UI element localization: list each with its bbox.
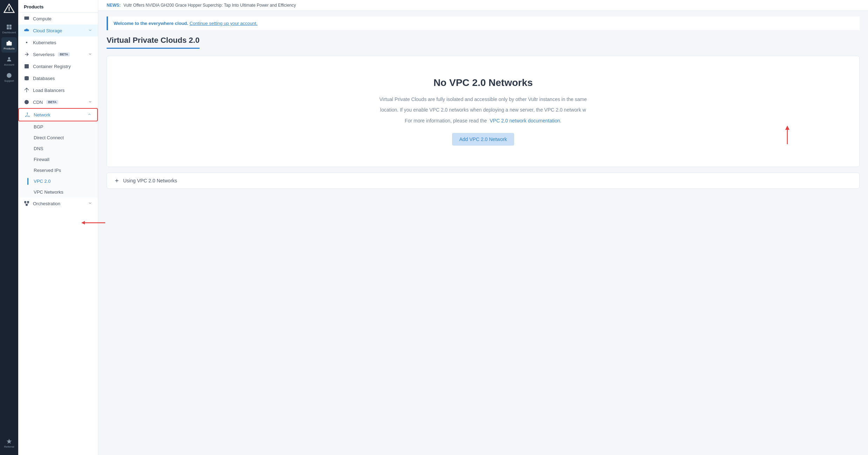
sidebar-item-cloud-storage[interactable]: Cloud Storage	[18, 25, 98, 36]
sidebar-item-container-registry[interactable]: Container Registry	[18, 60, 98, 72]
orchestration-chevron	[88, 201, 92, 206]
svg-rect-4	[7, 27, 9, 29]
sidebar-sub-vpc-networks[interactable]: VPC Networks	[18, 187, 98, 198]
sidebar-sub-vpc2[interactable]: VPC 2.0	[18, 176, 98, 187]
svg-point-7	[8, 57, 10, 59]
nav-dashboard[interactable]: Dashboard	[1, 21, 17, 36]
network-sub-items: BGP Direct Connect DNS Firewall Reserved…	[18, 121, 98, 198]
logo[interactable]	[3, 3, 15, 15]
nav-products[interactable]: Products	[1, 37, 17, 53]
svg-point-15	[27, 113, 28, 114]
vpc-empty-card: No VPC 2.0 Networks Virtual Private Clou…	[107, 56, 860, 167]
vpc-description-1: Virtual Private Clouds are fully isolate…	[379, 95, 587, 103]
svg-point-11	[26, 42, 27, 43]
sidebar-item-kubernetes[interactable]: Kubernetes	[18, 36, 98, 48]
sidebar-title: Products	[18, 0, 98, 13]
svg-rect-12	[25, 64, 29, 68]
svg-rect-10	[24, 16, 29, 20]
page-title: Virtual Private Clouds 2.0	[107, 36, 200, 49]
svg-point-16	[25, 116, 26, 117]
vpc-collapsible[interactable]: Using VPC 2.0 Networks	[107, 173, 860, 189]
arrow-annotation-horizontal	[81, 219, 109, 228]
svg-rect-3	[9, 25, 12, 27]
sidebar-sub-direct-connect[interactable]: Direct Connect	[18, 132, 98, 143]
cloud-storage-chevron	[88, 28, 92, 33]
cdn-chevron	[88, 100, 92, 105]
vpc-doc-link[interactable]: VPC 2.0 network documentation.	[490, 118, 561, 123]
svg-rect-18	[24, 201, 26, 203]
sidebar-item-compute[interactable]: Compute	[18, 13, 98, 25]
sidebar-sub-reserved-ips[interactable]: Reserved IPs	[18, 165, 98, 176]
add-vpc-button[interactable]: Add VPC 2.0 Network	[452, 133, 514, 146]
icon-nav: Dashboard Products Account Support Refer…	[0, 0, 18, 455]
svg-point-17	[28, 116, 29, 117]
svg-point-9	[9, 76, 9, 77]
sidebar-sub-dns[interactable]: DNS	[18, 143, 98, 154]
sidebar-item-cdn[interactable]: CDN BETA	[18, 96, 98, 108]
svg-marker-22	[785, 126, 789, 130]
main-content: NEWS: Vultr Offers NVIDIA GH200 Grace Ho…	[98, 0, 868, 455]
vpc-doc-text: For more information, please read the VP…	[405, 117, 561, 125]
vpc-empty-heading: No VPC 2.0 Networks	[433, 77, 533, 88]
svg-rect-20	[26, 204, 27, 206]
sidebar-item-load-balancers[interactable]: Load Balancers	[18, 84, 98, 96]
vpc-description-2: location. If you enable VPC 2.0 networks…	[380, 106, 586, 114]
content-area: Virtual Private Clouds 2.0 No VPC 2.0 Ne…	[98, 30, 868, 455]
setup-account-link[interactable]: Continue setting up your account.	[190, 21, 258, 26]
svg-rect-2	[7, 25, 9, 27]
news-banner: NEWS: Vultr Offers NVIDIA GH200 Grace Ho…	[98, 0, 868, 11]
collapsible-label: Using VPC 2.0 Networks	[123, 178, 177, 183]
sidebar-item-databases[interactable]: Databases	[18, 72, 98, 84]
sidebar-sub-firewall[interactable]: Firewall	[18, 154, 98, 165]
welcome-text: Welcome to the everywhere cloud.	[114, 21, 188, 26]
nav-account[interactable]: Account	[1, 53, 17, 69]
serverless-chevron	[88, 52, 92, 57]
sidebar-item-network[interactable]: Network	[18, 108, 98, 121]
nav-referral[interactable]: Referral	[1, 435, 17, 451]
svg-rect-6	[7, 42, 12, 46]
network-chevron	[87, 112, 92, 118]
serverless-badge: BETA	[58, 52, 70, 56]
welcome-bar: Welcome to the everywhere cloud. Continu…	[107, 16, 860, 30]
news-text: Vultr Offers NVIDIA GH200 Grace Hopper S…	[123, 3, 296, 8]
news-label: NEWS:	[107, 3, 121, 8]
sidebar-sub-bgp[interactable]: BGP	[18, 121, 98, 132]
svg-marker-24	[81, 221, 85, 225]
cdn-badge: BETA	[46, 100, 58, 104]
sidebar-item-orchestration[interactable]: Orchestration	[18, 198, 98, 209]
svg-rect-5	[9, 27, 12, 29]
sidebar-item-serverless[interactable]: Serverless BETA	[18, 48, 98, 60]
arrow-annotation-up	[782, 125, 793, 147]
svg-rect-19	[27, 201, 29, 203]
nav-support[interactable]: Support	[1, 69, 17, 85]
